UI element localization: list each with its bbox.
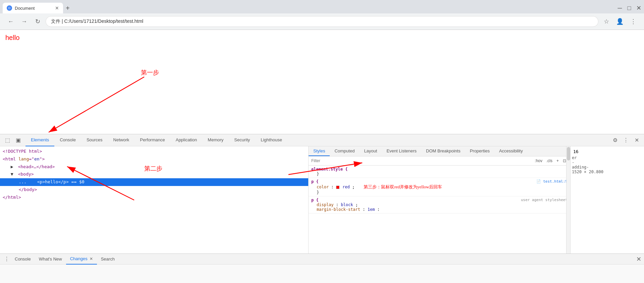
head-tag: <head>…</head>: [18, 164, 55, 169]
inspect-element-button[interactable]: ⬚: [3, 136, 12, 145]
display-prop-value: block: [341, 202, 353, 207]
margin-prop-name: margin-block-start: [317, 207, 360, 212]
tab-security[interactable]: Security: [229, 134, 255, 146]
menu-button[interactable]: ⋮: [628, 16, 639, 27]
window-controls: ─ □ ✕: [617, 5, 641, 11]
color-swatch-red[interactable]: [336, 186, 339, 189]
tab-memory[interactable]: Memory: [202, 134, 229, 146]
drawer-tab-console[interactable]: Console: [11, 254, 35, 265]
new-tab-button[interactable]: +: [63, 4, 72, 12]
bookmark-button[interactable]: ☆: [601, 16, 612, 27]
drawer-tab-changes[interactable]: Changes ✕: [66, 254, 97, 265]
dom-line-head[interactable]: ▶ <head>…</head>: [0, 163, 308, 171]
close-window-button[interactable]: ✕: [636, 5, 641, 11]
toolbar-icons: ☆ 👤 ⋮: [601, 16, 639, 27]
element-style-rule: element.style { }: [309, 166, 570, 178]
page-content: hello 第一步: [0, 30, 644, 134]
rule-selector-element[interactable]: element.style {: [311, 167, 568, 172]
styles-tab-styles[interactable]: Styles: [309, 146, 330, 156]
body-close-tag: </body>: [19, 187, 37, 192]
tab-console[interactable]: Console: [54, 134, 81, 146]
dollar-ref: == $0: [71, 179, 85, 184]
box-dimensions: 1520 × 20.800: [572, 170, 643, 174]
color-prop-name: color: [317, 185, 329, 189]
dom-line-p[interactable]: ... <p>hello</p> == $0: [0, 178, 308, 186]
styles-tabs: Styles Computed Layout Event Listeners D…: [309, 146, 570, 156]
margin-block-property[interactable]: margin-block-start : 1em :: [311, 207, 568, 212]
tab-close-button[interactable]: ✕: [55, 5, 59, 11]
drawer-tab-whats-new[interactable]: What's New: [35, 254, 66, 265]
body-tag: <body>: [18, 172, 34, 177]
devtools-tabs: ⬚ ▣ Elements Console Sources Network Per…: [0, 134, 644, 146]
tab-sources[interactable]: Sources: [81, 134, 108, 146]
tab-performance[interactable]: Performance: [135, 134, 170, 146]
color-property[interactable]: color : red ; 第三步：鼠标双red并修改为yellow后回车: [311, 184, 568, 190]
add-style-button[interactable]: +: [555, 158, 560, 164]
styles-tab-dom-breakpoints[interactable]: DOM Breakpoints: [421, 146, 465, 156]
changes-close-button[interactable]: ✕: [90, 256, 93, 261]
dom-line-html-close[interactable]: </html>: [0, 194, 308, 201]
styles-tab-accessibility[interactable]: Accessibility: [494, 146, 528, 156]
dom-line-html[interactable]: <html lang="en">: [0, 155, 308, 163]
tab-elements[interactable]: Elements: [25, 134, 54, 146]
rule-source-link[interactable]: 📄 test.html:9: [536, 179, 568, 184]
rule-selector-p[interactable]: 📄 test.html:9 p {: [311, 179, 568, 184]
p-text: hello: [45, 179, 58, 184]
browser-chrome: D Document ✕ + ─ □ ✕ ← → ↻ ☆ 👤 ⋮: [0, 0, 644, 30]
tab-title: Document: [15, 6, 35, 11]
reload-button[interactable]: ↻: [32, 16, 43, 27]
responsive-mode-button[interactable]: ▣: [13, 136, 23, 145]
tab-bar: D Document ✕ + ─ □ ✕: [0, 0, 644, 13]
url-input[interactable]: [46, 16, 598, 27]
filter-buttons: :hov .cls + ⊡: [533, 158, 568, 164]
drawer-menu-button[interactable]: ⋮: [3, 254, 11, 264]
back-button[interactable]: ←: [5, 16, 16, 27]
p-tag: <p>: [37, 179, 45, 184]
dom-dots: ...: [19, 179, 29, 184]
box-value-1: 16: [572, 148, 643, 155]
rule-close-p: }: [311, 190, 568, 195]
profile-button[interactable]: 👤: [614, 16, 625, 27]
drawer-content: [0, 265, 644, 283]
browser-tab[interactable]: D Document ✕: [3, 3, 63, 13]
html-tag: <html: [3, 156, 18, 161]
tab-favicon: D: [7, 5, 12, 11]
bottom-drawer: ⋮ Console What's New Changes ✕ Search ✕: [0, 253, 644, 283]
dom-line-doctype[interactable]: <!DOCTYPE html>: [0, 148, 308, 155]
devtools-settings-button[interactable]: ⚙: [610, 136, 620, 145]
drawer-close-button[interactable]: ✕: [636, 255, 641, 263]
styles-scrollbar-thumb[interactable]: [567, 147, 570, 160]
drawer-tab-search[interactable]: Search: [97, 254, 119, 265]
margin-prop-value: 1em: [368, 207, 375, 212]
tab-lighthouse[interactable]: Lighthouse: [255, 134, 287, 146]
rule-close-element: }: [311, 172, 568, 176]
color-prop-value[interactable]: red: [342, 185, 350, 189]
maximize-button[interactable]: □: [627, 5, 632, 11]
box-model-numbers: 16 er - adding- 1520 × 20.800: [571, 146, 644, 176]
forward-button[interactable]: →: [19, 16, 30, 27]
styles-tab-computed[interactable]: Computed: [330, 146, 359, 156]
cls-filter-button[interactable]: .cls: [545, 158, 554, 164]
step3-annotation: 第三步：鼠标双red并修改为yellow后回车: [364, 184, 442, 189]
styles-tab-properties[interactable]: Properties: [465, 146, 494, 156]
tab-application[interactable]: Application: [170, 134, 203, 146]
doctype-tag: <!DOCTYPE html>: [3, 149, 42, 154]
dom-line-body-close[interactable]: </body>: [0, 186, 308, 194]
devtools-left-icons: ⬚ ▣: [3, 136, 23, 145]
devtools-close-button[interactable]: ✕: [632, 136, 641, 145]
body-toggle[interactable]: ▼: [11, 171, 15, 178]
rule-selector-p-ua[interactable]: user agent stylesheet p {: [311, 198, 568, 202]
hov-filter-button[interactable]: :hov: [533, 158, 544, 164]
styles-tab-layout[interactable]: Layout: [359, 146, 382, 156]
minimize-button[interactable]: ─: [617, 5, 623, 11]
tab-network[interactable]: Network: [108, 134, 135, 146]
dom-line-body-open[interactable]: ▼ <body>: [0, 171, 308, 178]
filter-input[interactable]: [311, 158, 532, 163]
devtools-more-button[interactable]: ⋮: [621, 136, 631, 145]
head-toggle[interactable]: ▶: [11, 163, 15, 171]
styles-tab-event-listeners[interactable]: Event Listeners: [382, 146, 421, 156]
display-property[interactable]: display : block ;: [311, 202, 568, 207]
svg-line-1: [49, 77, 144, 132]
p-ua-rule: user agent stylesheet p { display : bloc…: [309, 196, 570, 214]
step1-label: 第一步: [141, 68, 159, 77]
